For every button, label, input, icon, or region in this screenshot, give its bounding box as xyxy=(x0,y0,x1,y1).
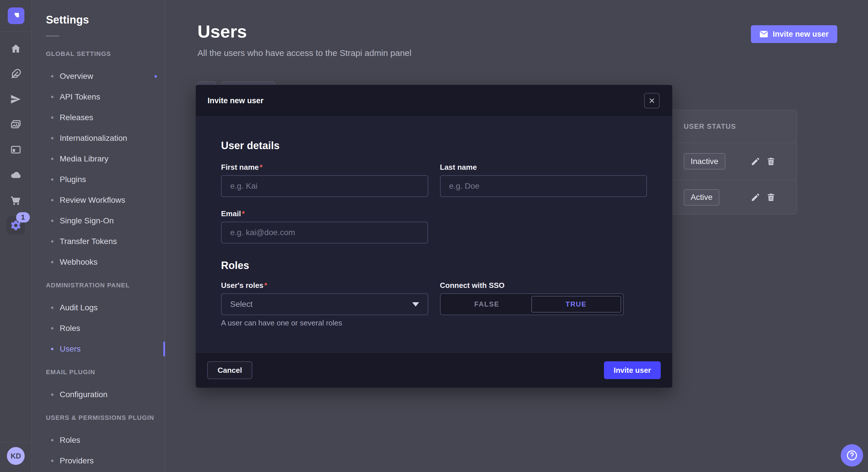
sidebar-item-label: Single Sign-On xyxy=(60,216,114,225)
bullet-icon xyxy=(51,158,53,160)
sidebar-section-email-plugin: EMAIL PLUGIN xyxy=(46,367,165,378)
gear-icon[interactable]: 1 xyxy=(0,213,32,238)
bullet-icon xyxy=(51,240,53,243)
cancel-button[interactable]: Cancel xyxy=(207,361,252,379)
edit-user-button[interactable] xyxy=(751,157,761,166)
close-icon[interactable] xyxy=(644,93,660,108)
sidebar-item-label: Transfer Tokens xyxy=(60,237,117,246)
first-name-field: First name* xyxy=(221,162,428,197)
sidebar-item-label: Roles xyxy=(60,436,81,445)
layout-icon[interactable] xyxy=(0,137,32,162)
sidebar-item-webhooks[interactable]: Webhooks xyxy=(32,252,165,272)
invite-new-user-button[interactable]: Invite new user xyxy=(751,25,837,43)
strapi-logo-icon xyxy=(11,11,21,21)
strapi-logo[interactable] xyxy=(8,7,24,24)
sidebar-item-users[interactable]: Users xyxy=(32,339,165,359)
last-name-input[interactable] xyxy=(440,175,647,197)
users-roles-select[interactable]: Select xyxy=(221,293,428,315)
bullet-icon xyxy=(51,394,53,396)
sidebar-item-single-sign-on[interactable]: Single Sign-On xyxy=(32,210,165,231)
settings-notification-badge: 1 xyxy=(16,212,30,223)
users-roles-field: User's roles* Select A user can have one… xyxy=(221,280,428,328)
trash-icon xyxy=(766,193,776,202)
bullet-icon xyxy=(51,75,53,77)
edit-user-button[interactable] xyxy=(751,193,761,202)
invite-user-submit-button[interactable]: Invite user xyxy=(604,361,661,379)
bullet-icon xyxy=(51,137,53,139)
required-asterisk: * xyxy=(265,281,267,290)
delete-user-button[interactable] xyxy=(766,193,776,202)
page-title: Users xyxy=(197,21,247,42)
sidebar-item-media-library[interactable]: Media Library xyxy=(32,148,165,169)
sidebar-item-transfer-tokens[interactable]: Transfer Tokens xyxy=(32,231,165,252)
modal-header: Invite new user xyxy=(196,85,672,117)
modal-title: Invite new user xyxy=(208,96,264,105)
user-avatar[interactable]: KD xyxy=(7,447,25,465)
sidebar-item-review-workflows[interactable]: Review Workflows xyxy=(32,190,165,210)
cloud-icon[interactable] xyxy=(0,162,32,188)
sidebar-item-label: Overview xyxy=(60,72,93,81)
sidebar-item-plugins[interactable]: Plugins xyxy=(32,169,165,190)
sidebar-item-api-tokens[interactable]: API Tokens xyxy=(32,87,165,107)
page-subtitle: All the users who have access to the Str… xyxy=(197,48,411,58)
sidebar-section-administration-panel: ADMINISTRATION PANEL xyxy=(46,279,165,291)
sidebar-title: Settings xyxy=(46,14,89,26)
sidebar-item-label: Plugins xyxy=(60,175,86,184)
sidebar-item-releases[interactable]: Releases xyxy=(32,107,165,128)
cart-icon[interactable] xyxy=(0,188,32,213)
bullet-icon xyxy=(51,439,53,441)
bullet-icon xyxy=(51,327,53,330)
sidebar-item-label: Releases xyxy=(60,113,93,122)
feather-icon[interactable] xyxy=(0,61,32,87)
sidebar-item-label: Providers xyxy=(60,456,94,465)
users-roles-label: User's roles* xyxy=(221,280,428,291)
bullet-icon xyxy=(51,307,53,309)
invite-user-modal: Invite new user User details First name*… xyxy=(196,85,672,388)
sso-true-option[interactable]: TRUE xyxy=(531,296,621,312)
sidebar-item-label: Roles xyxy=(60,324,81,333)
sso-false-option[interactable]: FALSE xyxy=(443,296,531,312)
last-name-label: Last name xyxy=(440,162,647,172)
sso-field: Connect with SSO FALSE TRUE xyxy=(440,280,647,328)
sidebar-nav: GLOBAL SETTINGSOverviewAPI TokensRelease… xyxy=(32,48,165,471)
bullet-icon xyxy=(51,96,53,98)
last-name-field: Last name xyxy=(440,162,647,197)
sidebar-item-providers[interactable]: Providers xyxy=(32,450,165,471)
notification-dot xyxy=(154,75,157,78)
sso-toggle: FALSE TRUE xyxy=(440,293,624,315)
modal-body: User details First name* Last name Email… xyxy=(196,117,672,352)
required-asterisk: * xyxy=(260,163,262,172)
sidebar-item-label: API Tokens xyxy=(60,92,100,102)
settings-sidebar: Settings GLOBAL SETTINGSOverviewAPI Toke… xyxy=(32,0,165,472)
first-name-input[interactable] xyxy=(221,175,428,197)
email-input[interactable] xyxy=(221,222,428,243)
status-badge: Inactive xyxy=(684,153,725,169)
home-icon[interactable] xyxy=(0,36,32,61)
user-details-heading: User details xyxy=(221,140,647,152)
delete-user-button[interactable] xyxy=(766,157,776,166)
active-indicator-bar xyxy=(163,341,165,357)
sidebar-item-roles[interactable]: Roles xyxy=(32,430,165,450)
paper-plane-icon[interactable] xyxy=(0,87,32,112)
sidebar-item-internationalization[interactable]: Internationalization xyxy=(32,128,165,148)
sidebar-item-label: Internationalization xyxy=(60,134,127,143)
bullet-icon xyxy=(51,116,53,119)
chevron-down-icon xyxy=(412,302,419,307)
sidebar-item-label: Review Workflows xyxy=(60,196,125,205)
sidebar-item-overview[interactable]: Overview xyxy=(32,66,165,87)
rail-divider xyxy=(0,32,32,32)
sidebar-item-audit-logs[interactable]: Audit Logs xyxy=(32,297,165,318)
sidebar-item-label: Webhooks xyxy=(60,258,98,267)
app-rail: 1 KD xyxy=(0,0,32,472)
images-icon[interactable] xyxy=(0,112,32,137)
sidebar-item-roles[interactable]: Roles xyxy=(32,318,165,339)
help-button[interactable] xyxy=(841,444,863,467)
modal-footer: Cancel Invite user xyxy=(196,352,672,388)
bullet-icon xyxy=(51,199,53,201)
envelope-icon xyxy=(760,30,768,38)
sidebar-item-configuration[interactable]: Configuration xyxy=(32,384,165,405)
bullet-icon xyxy=(51,178,53,181)
users-roles-select-value: Select xyxy=(230,300,253,309)
sidebar-title-underline xyxy=(46,36,59,36)
sidebar-section-global-settings: GLOBAL SETTINGS xyxy=(46,48,165,60)
